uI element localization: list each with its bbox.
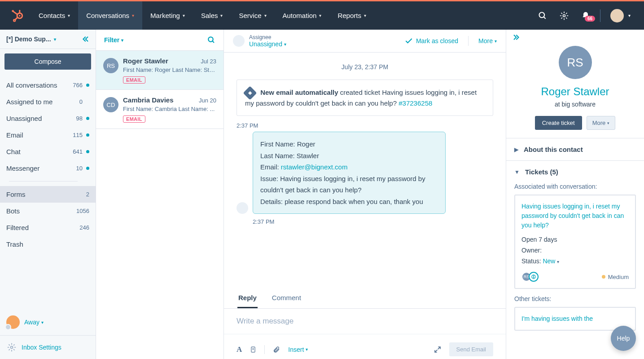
nav-conversations[interactable]: Conversations▾ (78, 1, 142, 30)
ticket-owner: Owner: (521, 245, 629, 256)
nav-label: Reports (337, 12, 361, 19)
view-label: All conversations (6, 81, 57, 89)
unread-dot-icon (86, 133, 89, 137)
caret-down-icon: ▾ (121, 38, 123, 43)
button-label: More (592, 120, 606, 126)
notifications-bell-icon[interactable]: 66 (575, 11, 596, 20)
filter-dropdown[interactable]: Filter▾ (104, 36, 123, 44)
view-count: 1056 (76, 208, 89, 214)
conversation-date: Jun 20 (199, 97, 216, 104)
assignee-dropdown[interactable]: Unassigned▾ (249, 40, 286, 48)
user-menu[interactable]: ▾ (604, 9, 637, 22)
conversation-item[interactable]: CD Cambria DaviesJun 20 First Name: Camb… (96, 90, 223, 129)
filter-label: Filter (104, 36, 119, 44)
ticket-status-dropdown[interactable]: New ▾ (543, 257, 559, 265)
nav-label: Sales (201, 12, 218, 19)
notice-text: New email automatically (260, 89, 338, 96)
company-icon (529, 272, 539, 282)
search-icon[interactable] (532, 11, 553, 20)
more-actions-dropdown[interactable]: More▾ (478, 37, 497, 44)
conversation-preview: First Name: Cambria Last Name: ... (123, 106, 216, 112)
ticket-title-link[interactable]: I'm having issues with the (521, 314, 629, 324)
email-link[interactable]: rstawler@bignext.com (281, 163, 348, 171)
send-email-button[interactable]: Send Email (449, 342, 493, 356)
composer-tabs: Reply Comment (224, 288, 506, 309)
sidebar-view-messenger[interactable]: Messenger10 (0, 160, 96, 177)
ticket-title-link[interactable]: Having issues logging in, i reset my pas… (521, 202, 629, 230)
sidebar-view-bots[interactable]: Bots1056 (0, 203, 96, 219)
notice-text: created ticket (340, 89, 380, 96)
insert-dropdown[interactable]: Insert▾ (288, 346, 308, 353)
message-line: First Name: Roger (260, 138, 438, 150)
ticket-open-duration: Open 7 days (521, 235, 629, 245)
create-ticket-button[interactable]: Create ticket (535, 116, 582, 130)
nav-reports[interactable]: Reports▾ (329, 1, 374, 30)
priority-dot-icon (602, 275, 605, 279)
snippets-icon[interactable] (250, 346, 256, 353)
attachment-icon[interactable] (273, 346, 280, 353)
assignee-avatar (233, 35, 245, 47)
caret-down-icon: ▾ (495, 39, 497, 44)
conversation-date: Jul 23 (201, 58, 216, 65)
accordion-about-contact[interactable]: ▶ About this contact (506, 138, 644, 160)
availability-status[interactable]: Away ▾ (0, 309, 96, 335)
sidebar-view-forms[interactable]: Forms2 (0, 186, 96, 203)
font-format-icon[interactable]: A (237, 345, 242, 354)
more-actions-button[interactable]: More▾ (587, 116, 616, 130)
view-count: 766 (73, 82, 83, 89)
view-count: 2 (86, 191, 89, 198)
button-label: More (478, 37, 493, 44)
settings-gear-icon[interactable] (553, 11, 575, 20)
nav-automation[interactable]: Automation▾ (275, 1, 330, 30)
compose-button[interactable]: Compose (4, 53, 91, 70)
ticket-card[interactable]: Having issues logging in, i reset my pas… (514, 195, 636, 289)
caret-down-icon: ▾ (41, 320, 44, 325)
caret-down-icon: ▾ (284, 42, 286, 47)
collapse-sidebar-icon[interactable] (81, 35, 89, 43)
view-count: 98 (76, 115, 83, 122)
message-composer[interactable]: Write a message (224, 309, 506, 326)
inbox-selector[interactable]: [*] Demo Sup... ▾ (6, 35, 56, 43)
view-count: 641 (73, 148, 83, 155)
sidebar-view-email[interactable]: Email115 (0, 127, 96, 143)
section-label: Other tickets: (514, 295, 636, 302)
inbox-name: [*] Demo Sup... (6, 35, 51, 43)
nav-sales[interactable]: Sales▾ (193, 1, 231, 30)
sidebar-view-chat[interactable]: Chat641 (0, 143, 96, 160)
nav-service[interactable]: Service▾ (231, 1, 274, 30)
tab-comment[interactable]: Comment (271, 288, 302, 308)
svg-line-12 (212, 41, 214, 43)
mark-closed-button[interactable]: Mark as closed (404, 36, 458, 45)
inbox-settings-link[interactable]: Inbox Settings (0, 335, 96, 359)
sidebar-view-filtered[interactable]: Filtered246 (0, 219, 96, 236)
contact-name-link[interactable]: Roger Stawler (515, 85, 635, 98)
accordion-tickets[interactable]: ▼ Tickets (5) (506, 161, 644, 183)
ticket-number-link[interactable]: #37236258 (399, 99, 432, 107)
contact-name: Roger Stawler (123, 57, 168, 65)
ticket-priority: Medium (602, 274, 629, 280)
view-count: 246 (79, 224, 89, 231)
conversation-thread: Assignee Unassigned▾ Mark as closed More… (224, 30, 506, 359)
composer-placeholder: Write a message (237, 317, 493, 326)
collapse-panel-icon[interactable] (513, 33, 638, 41)
contact-panel: RS Roger Stawler at big software Create … (506, 30, 644, 359)
sidebar-view-all[interactable]: All conversations766 (0, 77, 96, 93)
nav-contacts[interactable]: Contacts▾ (31, 1, 78, 30)
thread-timestamp: July 23, 2:37 PM (237, 63, 493, 71)
hubspot-logo[interactable] (11, 9, 23, 22)
sidebar-view-unassigned[interactable]: Unassigned98 (0, 110, 96, 127)
caret-down-icon: ▾ (628, 13, 631, 18)
tab-reply[interactable]: Reply (237, 288, 258, 308)
svg-point-6 (13, 19, 15, 21)
expand-composer-icon[interactable] (434, 346, 441, 353)
help-button[interactable]: Help (611, 326, 636, 351)
sidebar-view-assigned[interactable]: Assigned to me0 (0, 93, 96, 110)
divider (600, 9, 600, 22)
message-timestamp: 2:37 PM (237, 122, 493, 129)
nav-marketing[interactable]: Marketing▾ (142, 1, 193, 30)
search-icon[interactable] (207, 36, 215, 44)
notification-count-badge: 66 (585, 16, 595, 22)
sidebar-view-trash[interactable]: Trash (0, 236, 96, 253)
message-line: Last Name: Stawler (260, 150, 438, 162)
conversation-item[interactable]: RS Roger StawlerJul 23 First Name: Roger… (96, 51, 223, 90)
